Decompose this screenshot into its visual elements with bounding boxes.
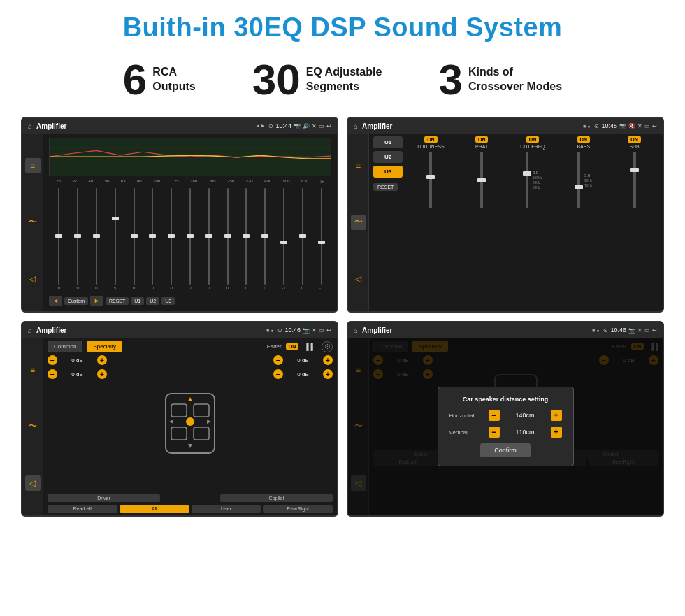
fader-on-toggle[interactable]: ON (286, 343, 299, 350)
screen-crossover: ⌂ Amplifier ■ ● ⊙ 10:45 📷 🔇 ✕ ▭ ↩ ≡ 〜 ◁ (347, 117, 664, 313)
db-plus-rr[interactable]: + (323, 369, 333, 379)
vertical-plus-button[interactable]: + (551, 427, 562, 438)
svg-rect-16 (171, 427, 187, 440)
crossover-reset-button[interactable]: RESET (373, 183, 398, 191)
sub-on-badge[interactable]: ON (628, 136, 641, 143)
eq-slider-3[interactable]: 5 (106, 188, 124, 290)
svg-rect-12 (630, 168, 639, 172)
db-control-rr: − 0 dB + (273, 369, 333, 379)
loudness-label: LOUDNESS (417, 144, 445, 149)
eq-slider-1[interactable]: 0 (69, 188, 87, 290)
location-icon-2: ⊙ (594, 123, 599, 129)
user-button[interactable]: User (192, 505, 261, 513)
eq-slider-5[interactable]: 0 (144, 188, 161, 290)
copilot-button[interactable]: Copilot (220, 494, 333, 502)
db-plus-fr[interactable]: + (323, 355, 333, 365)
control-bass: ON BASS 3.0 90Hz (559, 136, 607, 210)
all-button[interactable]: All (120, 505, 189, 513)
db-minus-rl[interactable]: − (48, 369, 57, 379)
screen-eq-title: Amplifier (36, 122, 252, 130)
vertical-minus-button[interactable]: − (489, 427, 500, 438)
db-minus-fl[interactable]: − (48, 355, 57, 365)
location-icon-3: ⊙ (277, 327, 282, 334)
rearright-button[interactable]: RearRight (263, 505, 333, 513)
eq-prev-button[interactable]: ◄ (49, 296, 62, 306)
eq-slider-8[interactable]: 0 (200, 188, 217, 290)
eq-slider-12[interactable]: -1 (275, 188, 293, 290)
fader-right-panel: − 0 dB + − 0 dB + (273, 355, 333, 492)
wave-icon[interactable]: 〜 (25, 215, 41, 230)
eq-icon[interactable]: ≡ (25, 158, 41, 173)
side-controls-2: ≡ 〜 ◁ (348, 134, 369, 311)
eq-main: 25 32 40 50 63 80 100 125 160 200 250 32… (43, 134, 337, 311)
db-value-fl: 0 dB (59, 357, 95, 364)
eq-icon-2[interactable]: ≡ (351, 158, 366, 173)
db-plus-fl[interactable]: + (97, 355, 107, 365)
main-title: Buith-in 30EQ DSP Sound System (123, 13, 563, 43)
speaker-icon-3[interactable]: ◁ (25, 475, 41, 491)
speaker-icon[interactable]: ◁ (25, 271, 41, 287)
horizontal-minus-button[interactable]: − (489, 410, 500, 421)
specialty-tab[interactable]: Specialty (87, 341, 122, 352)
eq-reset-button[interactable]: RESET (106, 297, 129, 305)
eq-slider-9[interactable]: 0 (219, 188, 236, 290)
settings-icon[interactable]: ⚙ (322, 341, 333, 352)
confirm-button[interactable]: Confirm (480, 443, 531, 457)
loudness-on-badge[interactable]: ON (424, 136, 438, 143)
eq-sliders: 0 0 0 5 0 0 0 0 0 0 0 0 -1 0 -1 (49, 187, 331, 292)
svg-rect-8 (523, 171, 531, 176)
screen-fader: ⌂ Amplifier ■ ● ⊙ 10:46 📷 ✕ ▭ ↩ ≡ 〜 ◁ (21, 321, 338, 517)
stats-row: 6 RCA Outputs 30 EQ Adjustable Segments … (21, 55, 664, 104)
driver-button[interactable]: Driver (48, 494, 160, 502)
horizontal-plus-button[interactable]: + (551, 410, 562, 421)
eq-slider-0[interactable]: 0 (50, 188, 68, 290)
eq-next-button[interactable]: ► (90, 296, 103, 306)
rearleft-button[interactable]: RearLeft (48, 505, 117, 513)
eq-slider-6[interactable]: 0 (163, 188, 180, 290)
db-minus-fr[interactable]: − (273, 355, 283, 365)
crossover-right: ON LOUDNESS (407, 136, 658, 308)
side-controls-1: ≡ 〜 ◁ (22, 134, 43, 311)
u1-button[interactable]: U1 (373, 136, 403, 148)
crossover-left: U1 U2 U3 RESET (373, 136, 403, 308)
topbar-icons-3: ⊙ 10:46 📷 ✕ ▭ ↩ (277, 327, 331, 334)
eq-u2-button[interactable]: U2 (146, 297, 159, 305)
screen-eq-time: 10:44 (275, 122, 291, 129)
bass-on-badge[interactable]: ON (577, 136, 591, 143)
u2-button[interactable]: U2 (373, 151, 403, 163)
eq-slider-10[interactable]: 0 (238, 188, 255, 290)
common-tab[interactable]: Common (48, 341, 82, 352)
screen-eq: ⌂ Amplifier ● ▶ ⊙ 10:44 📷 🔊 ✕ ▭ ↩ ≡ 〜 ◁ (21, 117, 338, 313)
db-control-rl: − 0 dB + (48, 369, 107, 379)
db-minus-rr[interactable]: − (273, 369, 283, 379)
topbar-icons-1: ⊙ 10:44 📷 🔊 ✕ ▭ ↩ (268, 122, 331, 129)
eq-u3-button[interactable]: U3 (161, 297, 175, 305)
eq-slider-4[interactable]: 0 (125, 188, 143, 290)
screens-grid: ⌂ Amplifier ● ▶ ⊙ 10:44 📷 🔊 ✕ ▭ ↩ ≡ 〜 ◁ (21, 117, 664, 517)
svg-rect-14 (171, 404, 187, 417)
phat-on-badge[interactable]: ON (475, 136, 489, 143)
eq-slider-11[interactable]: 0 (257, 188, 274, 290)
eq-custom-button[interactable]: Custom (64, 297, 88, 305)
screen-eq-content: ≡ 〜 ◁ (22, 134, 337, 311)
eq-slider-13[interactable]: 0 (294, 188, 311, 290)
topbar-icons-2: ⊙ 10:45 📷 🔇 ✕ ▭ ↩ (594, 122, 657, 129)
eq-slider-2[interactable]: 0 (88, 188, 106, 290)
eq-u1-button[interactable]: U1 (131, 297, 144, 305)
camera-icon: 📷 (294, 123, 301, 129)
db-control-fl: − 0 dB + (48, 355, 107, 365)
eq-icon-3[interactable]: ≡ (25, 362, 41, 378)
volume-icon: 🔊 (303, 123, 310, 129)
wave-icon-3[interactable]: 〜 (25, 419, 41, 434)
eq-slider-7[interactable]: 0 (182, 188, 199, 290)
speaker-icon-2[interactable]: ◁ (351, 271, 366, 287)
svg-rect-11 (633, 152, 636, 208)
cutfreq-on-badge[interactable]: ON (526, 136, 540, 143)
wave-icon-2[interactable]: 〜 (351, 215, 366, 230)
eq-freq-labels: 25 32 40 50 63 80 100 125 160 200 250 32… (49, 179, 331, 184)
eq-slider-14[interactable]: -1 (312, 188, 330, 290)
square-icon: ▭ (319, 123, 324, 129)
db-plus-rl[interactable]: + (97, 369, 107, 379)
u3-button[interactable]: U3 (373, 166, 403, 178)
db-value-fr: 0 dB (285, 357, 321, 364)
